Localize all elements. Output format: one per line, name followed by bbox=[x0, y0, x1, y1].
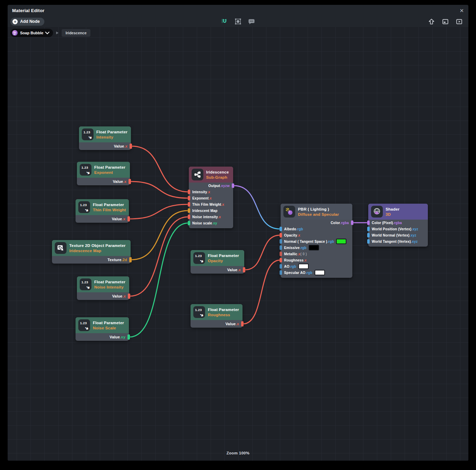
port-suffix: .rgb bbox=[327, 240, 334, 243]
port-suffix: .rgb bbox=[296, 227, 303, 231]
node-title: Float Parameter bbox=[208, 308, 239, 312]
export-up-icon[interactable] bbox=[428, 18, 435, 25]
port-label: Albedo bbox=[284, 227, 296, 231]
close-icon[interactable]: ✕ bbox=[459, 8, 464, 13]
node-subtitle: Sub-Graph bbox=[206, 175, 227, 179]
port-suffix: .rgb bbox=[289, 265, 296, 268]
port-suffix: .rgba bbox=[340, 221, 349, 225]
port-pbr-opacity[interactable] bbox=[280, 233, 282, 238]
material-ball-icon bbox=[12, 30, 18, 36]
port-label: Value bbox=[112, 217, 122, 221]
port-suffix: .x bbox=[303, 258, 307, 262]
graph-canvas[interactable]: Soap Bubble Iridescence Zoom 100% 1.23➜F… bbox=[8, 27, 468, 461]
color-swatch[interactable] bbox=[309, 245, 319, 250]
port-shader-color_pixel[interactable] bbox=[367, 221, 370, 225]
breadcrumb-graph[interactable]: Iridescence bbox=[62, 29, 90, 37]
node-roughness[interactable]: 1.23➜Float ParameterRoughnessValue.x bbox=[191, 304, 243, 328]
frame-select-icon[interactable] bbox=[234, 18, 242, 25]
node-title: Float Parameter bbox=[94, 165, 125, 169]
port-noise_intensity-value[interactable] bbox=[128, 294, 130, 299]
node-irid[interactable]: IridescenceSub-GraphOutput.xyzwIntensity… bbox=[189, 167, 233, 228]
node-header: 1.23➜Float ParameterExponent bbox=[77, 162, 130, 178]
wire-intensity-value-to-irid-intensity[interactable] bbox=[132, 146, 188, 192]
port-pbr-metallic[interactable] bbox=[280, 252, 282, 256]
node-intensity[interactable]: 1.23➜Float ParameterIntensityValue.x bbox=[79, 126, 131, 150]
port-irid-thin_film_weight[interactable] bbox=[188, 202, 190, 207]
port-irid-output[interactable] bbox=[232, 184, 234, 188]
port-pbr-specular_ao[interactable] bbox=[280, 271, 282, 275]
port-intensity-value[interactable] bbox=[130, 144, 132, 149]
node-header: 1.23➜Float ParameterNoise Intensity bbox=[77, 276, 129, 292]
float-icon: 1.23➜ bbox=[193, 306, 205, 318]
port-row-irid-intensity: Intensity.x bbox=[189, 189, 233, 195]
preview-play-icon[interactable] bbox=[456, 18, 463, 25]
port-pbr-normal[interactable] bbox=[280, 239, 282, 244]
node-opacity[interactable]: 1.23➜Float ParameterOpacityValue.x bbox=[191, 250, 244, 274]
port-suffix: .xyzw bbox=[220, 184, 230, 188]
wire-exponent-value-to-irid-exponent[interactable] bbox=[131, 181, 188, 198]
add-node-button[interactable]: + Add Node bbox=[10, 18, 44, 26]
port-shader-world_position[interactable] bbox=[367, 227, 370, 231]
snap-icon[interactable] bbox=[221, 18, 228, 25]
port-shader-world_tangent[interactable] bbox=[367, 239, 370, 244]
node-title: Iridescence bbox=[206, 170, 229, 174]
port-row-opacity-value: Value.x bbox=[191, 266, 244, 274]
node-exponent[interactable]: 1.23➜Float ParameterExponentValue.x bbox=[77, 162, 130, 185]
port-label: World Tangent (Vertex) bbox=[372, 240, 411, 243]
material-name: Soap Bubble bbox=[20, 31, 43, 35]
color-swatch[interactable] bbox=[336, 239, 346, 244]
port-noise_scale-value[interactable] bbox=[127, 335, 130, 340]
port-suffix: .x bbox=[297, 233, 300, 237]
port-irid-noise_intensity[interactable] bbox=[188, 215, 190, 219]
node-noise_scale[interactable]: 1.23➜Float ParameterNoise ScaleValue.xy bbox=[76, 317, 129, 341]
port-pbr-roughness[interactable] bbox=[280, 258, 282, 263]
port-opacity-value[interactable] bbox=[243, 267, 245, 273]
port-pbr-albedo[interactable] bbox=[280, 227, 282, 231]
breadcrumb-material[interactable]: Soap Bubble bbox=[10, 29, 53, 37]
port-label: Opacity bbox=[284, 233, 297, 237]
port-label: Color bbox=[330, 221, 340, 225]
port-row-irid-iridescent_map: Iridescent Map bbox=[189, 207, 233, 214]
port-label: Noise scale bbox=[192, 221, 212, 225]
port-thin_film_weight-value[interactable] bbox=[127, 216, 130, 222]
port-row-thin_film_weight-value: Value.x bbox=[76, 215, 129, 223]
node-subtitle: Thin Film Weight bbox=[93, 208, 126, 212]
port-row-pbr-emissive: Emissive.rgb bbox=[281, 245, 352, 251]
float-icon: 1.23➜ bbox=[78, 319, 90, 331]
port-pbr-color[interactable] bbox=[351, 221, 353, 225]
node-title: Float Parameter bbox=[93, 321, 124, 325]
port-irid-intensity[interactable] bbox=[188, 190, 190, 194]
port-suffix: .rgba bbox=[393, 221, 402, 225]
comment-icon[interactable] bbox=[248, 18, 255, 25]
port-pbr-ao[interactable] bbox=[280, 264, 282, 269]
node-shader[interactable]: Shader3DColor (Pixel).rgbaWorld Position… bbox=[368, 204, 428, 247]
wire-noise_scale-value-to-irid-noise_scale[interactable] bbox=[130, 223, 188, 337]
wire-noise_intensity-value-to-irid-noise_intensity[interactable] bbox=[130, 217, 188, 296]
port-irid-noise_scale[interactable] bbox=[188, 221, 190, 225]
node-noise_intensity[interactable]: 1.23➜Float ParameterNoise IntensityValue… bbox=[77, 276, 129, 300]
wire-irid-output-to-pbr-albedo[interactable] bbox=[234, 186, 280, 229]
node-body: Value.x bbox=[191, 266, 244, 274]
color-swatch[interactable] bbox=[315, 270, 325, 275]
node-thin_film_weight[interactable]: 1.23➜Float ParameterThin Film WeightValu… bbox=[76, 199, 129, 223]
port-iridescence_map-texture[interactable] bbox=[129, 257, 132, 263]
picture-in-picture-icon[interactable] bbox=[442, 18, 449, 25]
port-irid-exponent[interactable] bbox=[188, 196, 190, 201]
node-title: Float Parameter bbox=[96, 130, 127, 134]
color-swatch[interactable] bbox=[298, 264, 309, 269]
port-row-irid-noise_scale: Noise scale.xy bbox=[189, 220, 233, 226]
port-pbr-emissive[interactable] bbox=[280, 246, 282, 250]
node-pbr[interactable]: PBR ( Lighting )Diffuse and SpecularColo… bbox=[281, 204, 352, 278]
port-roughness-value[interactable] bbox=[241, 321, 244, 327]
port-irid-iridescent_map[interactable] bbox=[188, 209, 190, 213]
port-suffix: .x bbox=[207, 190, 210, 194]
port-label: Value bbox=[112, 294, 123, 298]
titlebar[interactable]: Material Editor ✕ bbox=[8, 5, 468, 16]
node-subtitle: Diffuse and Specular bbox=[298, 212, 339, 216]
port-exponent-value[interactable] bbox=[129, 179, 131, 184]
wire-opacity-value-to-pbr-opacity[interactable] bbox=[245, 235, 280, 270]
port-shader-world_normal[interactable] bbox=[367, 233, 370, 238]
node-iridescence_map[interactable]: Texture 2D Object ParameterIridescence M… bbox=[52, 240, 131, 264]
port-row-roughness-value: Value.x bbox=[191, 320, 243, 328]
port-suffix: .xyz bbox=[411, 227, 418, 231]
